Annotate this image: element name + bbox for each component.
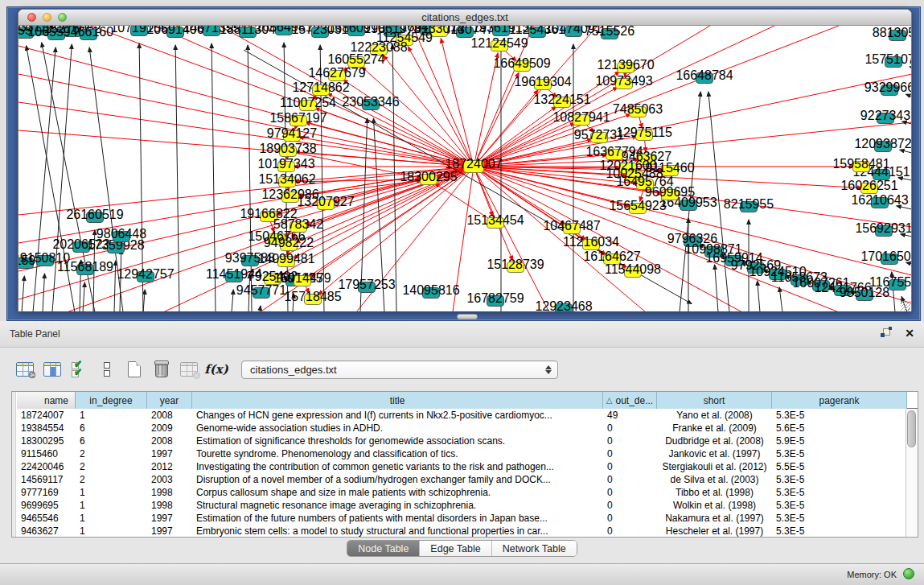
column-header-pagerank[interactable]: pagerank xyxy=(772,392,907,409)
memory-ok-indicator[interactable] xyxy=(903,568,914,579)
graph-node[interactable]: 15751074 xyxy=(864,52,911,68)
minimize-window-icon[interactable] xyxy=(43,13,51,22)
close-panel-icon[interactable]: ✕ xyxy=(905,327,914,340)
graph-node-selected[interactable]: 19619304 xyxy=(514,75,571,90)
graph-node[interactable]: 12923468 xyxy=(535,299,592,311)
graph-node[interactable]: 23053346 xyxy=(342,95,399,110)
graph-node-selected[interactable]: 15654923 xyxy=(609,199,666,214)
graph-node-selected[interactable]: 15134454 xyxy=(466,213,524,229)
graph-node[interactable]: 9466160 xyxy=(64,26,113,40)
graph-edge[interactable] xyxy=(22,276,24,311)
delete-button[interactable] xyxy=(148,356,175,382)
graph-node-selected[interactable]: 13224151 xyxy=(533,93,590,108)
graph-edge-selected[interactable] xyxy=(474,72,519,167)
column-header-title[interactable]: title xyxy=(192,392,603,409)
table-row[interactable]: 911546021997Tourette syndrome. Phenomeno… xyxy=(17,447,918,460)
graph-node[interactable]: 16648784 xyxy=(676,68,733,84)
graph-node[interactable]: 9457771 xyxy=(236,283,286,299)
tab-node-table[interactable]: Node Table xyxy=(347,541,419,556)
graph-edge-selected[interactable] xyxy=(18,102,474,167)
graph-node-selected[interactable]: 16914479 xyxy=(273,271,331,286)
table-row[interactable]: 2242004622012Investigating the contribut… xyxy=(17,460,918,473)
graph-edge-selected[interactable] xyxy=(474,26,839,167)
row-stack-button[interactable] xyxy=(93,356,121,382)
graph-node-selected[interactable]: 12139670 xyxy=(597,58,654,73)
graph-node-selected[interactable]: 13207927 xyxy=(297,195,354,210)
select-all-rows-button[interactable]: ✔ ✔ xyxy=(66,356,93,382)
network-view-window[interactable]: citations_edges.txt 24055724233113041065… xyxy=(18,9,912,311)
graph-node-selected[interactable]: 15128739 xyxy=(487,257,544,273)
graph-node[interactable]: 17016504 xyxy=(860,249,911,265)
graph-edge[interactable] xyxy=(906,94,911,97)
graph-node-selected[interactable]: 16026251 xyxy=(840,179,897,194)
graph-node[interactable]: 11568189 xyxy=(57,260,113,275)
graph-edge[interactable] xyxy=(232,290,233,311)
graph-node[interactable]: 16210643 xyxy=(851,193,908,208)
graph-node-selected[interactable]: 12714862 xyxy=(292,80,349,96)
graph-node-selected[interactable]: 10827941 xyxy=(552,110,610,126)
graph-edge[interactable] xyxy=(260,306,261,311)
table-row[interactable]: 977716911998Corpus callosum shape and si… xyxy=(17,486,918,499)
panel-splitter-handle[interactable] xyxy=(457,314,478,319)
graph-node-selected[interactable]: 16649509 xyxy=(493,56,550,72)
tab-network-table[interactable]: Network Table xyxy=(491,541,577,556)
graph-edge[interactable] xyxy=(143,290,145,311)
graph-node[interactable]: 16782759 xyxy=(466,291,524,307)
graph-node-selected[interactable]: 11216034 xyxy=(563,235,619,250)
show-column-button[interactable] xyxy=(39,356,66,382)
graph-node-selected[interactable]: 16055274 xyxy=(327,52,384,68)
graph-node-selected[interactable]: 10973493 xyxy=(595,74,652,89)
graph-node-selected[interactable]: 12975115 xyxy=(616,126,672,141)
scrollbar-thumb[interactable] xyxy=(907,410,916,447)
graph-node-selected[interactable]: 18724007 xyxy=(445,157,502,173)
graph-node[interactable]: 8813054 xyxy=(873,26,911,41)
column-header-in_degree[interactable]: in_degree xyxy=(76,392,147,409)
column-header-out_de[interactable]: △out_de... xyxy=(603,392,657,409)
table-row[interactable]: 946554611997Estimation of the future num… xyxy=(17,512,918,525)
graph-node-selected[interactable]: 7485063 xyxy=(613,102,663,117)
float-panel-icon[interactable] xyxy=(881,328,892,340)
table-row[interactable]: 1456911722003Disruption of a novel membe… xyxy=(17,473,918,486)
table-row[interactable]: 946362711997Embryonic stem cells: a mode… xyxy=(17,525,918,538)
graph-edge[interactable] xyxy=(715,265,718,311)
graph-node-selected[interactable]: 9699695 xyxy=(645,185,695,200)
graph-node[interactable]: 9806448 xyxy=(97,227,146,242)
graph-node[interactable]: 17957253 xyxy=(338,278,395,293)
column-header-name[interactable]: name xyxy=(17,392,76,409)
window-resize-grip[interactable] xyxy=(901,301,910,311)
graph-edge[interactable] xyxy=(392,44,396,311)
graph-node-selected[interactable]: 15867197 xyxy=(269,111,326,126)
graph-node[interactable]: 8215955 xyxy=(724,197,774,212)
graph-node-selected[interactable]: 14099481 xyxy=(257,252,314,267)
column-header-short[interactable]: short xyxy=(657,392,772,409)
graph-node-selected[interactable]: 15134062 xyxy=(258,172,315,187)
graph-edge-selected[interactable] xyxy=(474,167,549,311)
table-row[interactable]: 1830029562008Estimation of significance … xyxy=(17,435,918,447)
graph-node-selected[interactable]: 18903738 xyxy=(259,142,316,157)
graph-node-selected[interactable]: 15718485 xyxy=(284,290,341,305)
graph-node-selected[interactable]: 12124549 xyxy=(470,36,528,51)
graph-node-selected[interactable]: 14627679 xyxy=(308,66,365,81)
graph-edge[interactable] xyxy=(779,287,782,311)
table-scrollbar[interactable] xyxy=(906,409,918,537)
graph-edge[interactable] xyxy=(910,67,911,68)
graph-node-selected[interactable]: 5878342 xyxy=(273,217,323,233)
graph-node[interactable]: 9329966 xyxy=(864,80,911,96)
graph-edge[interactable] xyxy=(758,281,760,311)
graph-node[interactable]: 9850128 xyxy=(840,286,889,301)
graph-node[interactable]: 12942757 xyxy=(117,267,174,282)
graph-node-selected[interactable]: 10467487 xyxy=(543,219,600,234)
graph-node[interactable]: 9227343 xyxy=(860,109,910,124)
zoom-window-icon[interactable] xyxy=(58,13,67,22)
table-row[interactable]: 1938455462009Genome-wide association stu… xyxy=(17,422,918,435)
table-row[interactable]: 1872400712008Changes of HCN gene express… xyxy=(17,409,918,422)
column-header-year[interactable]: year xyxy=(147,392,192,409)
graph-node[interactable]: 14095816 xyxy=(402,283,459,299)
graph-edge[interactable] xyxy=(83,282,84,311)
graph-edge[interactable] xyxy=(33,47,55,311)
graph-edge-selected[interactable] xyxy=(18,74,474,167)
graph-node-selected[interactable]: 15958481 xyxy=(832,157,889,172)
graph-edge[interactable] xyxy=(114,261,116,311)
table-row[interactable]: 969969511998Structural magnetic resonanc… xyxy=(17,499,918,512)
function-builder-button[interactable]: f(x) xyxy=(203,356,230,382)
